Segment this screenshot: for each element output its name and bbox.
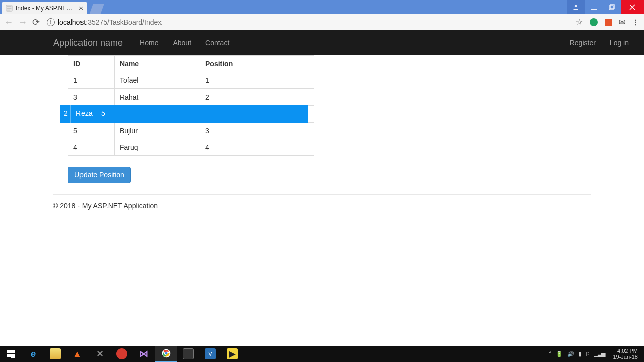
taskbar-opera-icon[interactable]: [111, 346, 133, 362]
svg-rect-8: [11, 354, 15, 358]
chrome-user-icon[interactable]: [567, 0, 585, 14]
table-row[interactable]: 5 Bujlur 3: [68, 123, 314, 139]
drag-cell-pos: 5: [96, 105, 107, 123]
drag-cell-id: 2: [60, 105, 71, 123]
cell-id: 5: [68, 123, 115, 139]
svg-point-1: [575, 5, 577, 7]
col-name: Name: [115, 56, 200, 72]
cell-pos: 4: [200, 139, 314, 156]
site-info-icon[interactable]: i: [47, 18, 55, 26]
dragging-row[interactable]: 2 Reza 5: [60, 105, 308, 123]
drag-cell-spacer: [107, 105, 308, 123]
browser-tab[interactable]: Index - My ASP.NET Appl ×: [2, 2, 87, 14]
table-row[interactable]: 3 Rahat 2: [68, 89, 314, 106]
window-maximize-button[interactable]: [603, 0, 621, 14]
cell-name: Tofael: [115, 72, 200, 89]
table-header-row: ID Name Position: [68, 56, 314, 72]
url-path: :35275/TaskBoard/Index: [86, 18, 162, 26]
task-table-top: ID Name Position 1 Tofael 1 3 Rahat 2: [68, 55, 314, 106]
taskbar-ie-icon[interactable]: e: [22, 346, 44, 362]
taskbar-tools-icon[interactable]: ✕: [89, 346, 111, 362]
taskbar-app-v-icon[interactable]: V: [199, 346, 221, 362]
taskbar-vlc-icon[interactable]: ▲: [66, 346, 89, 362]
taskbar-chrome-icon[interactable]: [155, 346, 177, 362]
mail-extension-icon[interactable]: ✉: [619, 17, 625, 27]
cell-pos: 1: [200, 72, 314, 89]
nav-about[interactable]: About: [166, 30, 198, 55]
cell-pos: 2: [200, 89, 314, 106]
col-position: Position: [200, 56, 314, 72]
browser-tab-title: Index - My ASP.NET Appl: [16, 5, 76, 12]
cell-pos: 3: [200, 123, 314, 139]
grammarly-extension-icon[interactable]: [590, 18, 598, 26]
svg-rect-7: [7, 354, 11, 357]
address-bar[interactable]: i localhost:35275/TaskBoard/Index: [45, 18, 571, 26]
windows-taskbar: e ▲ ✕ ⋈ V ▶ ˄ 🔋 🔊 ▮ ⚐ ▁▃▅ 4:02 PM 19-Jan…: [0, 346, 644, 362]
extension-icon[interactable]: [605, 19, 612, 26]
browser-toolbar: ← → ⟳ i localhost:35275/TaskBoard/Index …: [0, 14, 644, 30]
forward-button[interactable]: →: [18, 18, 27, 27]
nav-register[interactable]: Register: [562, 30, 603, 55]
svg-rect-3: [609, 6, 613, 10]
system-tray[interactable]: ˄ 🔋 🔊 ▮ ⚐ ▁▃▅ 4:02 PM 19-Jan-18: [549, 347, 644, 361]
cell-id: 3: [68, 89, 115, 106]
reload-button[interactable]: ⟳: [32, 18, 40, 27]
cell-name: Faruq: [115, 139, 200, 156]
tray-chevron-icon[interactable]: ˄: [549, 351, 552, 357]
bookmark-star-icon[interactable]: ☆: [576, 17, 583, 27]
window-close-button[interactable]: [621, 0, 644, 14]
tray-clock[interactable]: 4:02 PM 19-Jan-18: [609, 347, 642, 361]
window-titlebar: Index - My ASP.NET Appl ×: [0, 0, 644, 14]
svg-rect-2: [591, 9, 597, 10]
start-button[interactable]: [0, 346, 22, 362]
table-row[interactable]: 1 Tofael 1: [68, 72, 314, 89]
cell-name: Rahat: [115, 89, 200, 106]
col-id: ID: [68, 56, 115, 72]
taskbar-player-icon[interactable]: ▶: [221, 346, 244, 362]
tray-date: 19-Jan-18: [613, 354, 638, 360]
chrome-menu-icon[interactable]: ⋮: [632, 18, 640, 26]
taskbar-visualstudio-icon[interactable]: ⋈: [133, 346, 155, 362]
svg-point-10: [165, 352, 168, 355]
window-minimize-button[interactable]: [585, 0, 603, 14]
tray-wifi-icon[interactable]: ▁▃▅: [594, 351, 605, 357]
tab-close-icon[interactable]: ×: [79, 4, 83, 12]
footer-text: © 2018 - My ASP.NET Application: [53, 202, 591, 210]
cell-name: Bujlur: [115, 123, 200, 139]
svg-rect-6: [11, 350, 15, 353]
tray-battery-icon[interactable]: 🔋: [556, 351, 563, 357]
tray-network-icon[interactable]: ▮: [578, 351, 581, 357]
brand-link[interactable]: Application name: [53, 38, 123, 48]
tray-volume-icon[interactable]: 🔊: [567, 351, 574, 357]
taskbar-terminal-icon[interactable]: [177, 346, 199, 362]
svg-rect-5: [7, 350, 11, 353]
table-row[interactable]: 4 Faruq 4: [68, 139, 314, 156]
back-button[interactable]: ←: [4, 18, 13, 27]
cell-id: 1: [68, 72, 115, 89]
url-host: localhost: [58, 18, 86, 26]
nav-home[interactable]: Home: [133, 30, 166, 55]
nav-contact[interactable]: Contact: [198, 30, 236, 55]
app-navbar: Application name Home About Contact Regi…: [0, 30, 644, 55]
page-favicon-icon: [6, 5, 13, 12]
drag-cell-name: Reza: [71, 105, 96, 123]
update-position-button[interactable]: Update Position: [68, 167, 131, 183]
nav-login[interactable]: Log in: [603, 30, 636, 55]
taskbar-explorer-icon[interactable]: [44, 346, 66, 362]
tray-time: 4:02 PM: [613, 348, 638, 354]
svg-rect-4: [610, 5, 614, 9]
tray-flag-icon[interactable]: ⚐: [585, 351, 590, 357]
cell-id: 4: [68, 139, 115, 156]
divider: [53, 194, 591, 195]
task-table-bottom: 5 Bujlur 3 4 Faruq 4: [68, 122, 314, 156]
